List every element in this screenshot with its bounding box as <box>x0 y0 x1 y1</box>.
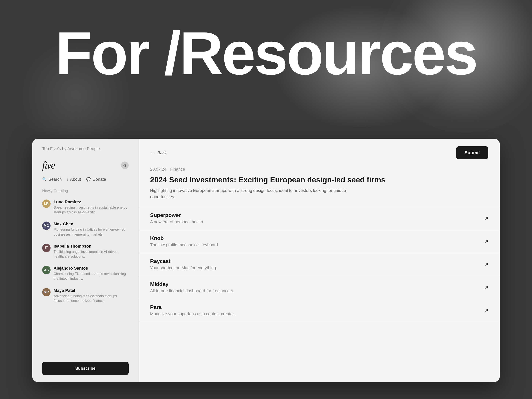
curator-name: Alejandro Santos <box>54 266 129 271</box>
article-date: 20.07.24 <box>150 167 166 172</box>
back-arrow-icon: ← <box>150 150 155 156</box>
external-link-icon: ↗ <box>484 284 488 291</box>
curator-desc: Spearheading investments in sustainable … <box>54 205 129 215</box>
main-card: Top Five's by Awesome People. five ◑ 🔍 S… <box>32 139 500 382</box>
donate-icon: 💬 <box>86 177 91 182</box>
hero-title: For /Resources <box>0 23 532 84</box>
curator-item[interactable]: IT Isabella Thompson Trailblazing angel … <box>32 240 139 262</box>
sidebar-header: Top Five's by Awesome People. <box>32 139 139 156</box>
curator-avatar: IT <box>42 244 51 252</box>
resource-item[interactable]: Midday All-in-one financial dashboard fo… <box>139 276 500 299</box>
nav-about-label: About <box>70 177 81 182</box>
article-title: 2024 Seed Investments: Exciting European… <box>150 175 488 184</box>
resource-item[interactable]: Knob The low profile mechanical keyboard… <box>139 230 500 253</box>
curator-info: Maya Patel Advancing funding for blockch… <box>54 288 129 303</box>
external-link-icon: ↗ <box>484 215 488 222</box>
subscribe-button[interactable]: Subscribe <box>42 362 129 375</box>
theme-toggle-button[interactable]: ◑ <box>121 162 129 169</box>
external-link-icon: ↗ <box>484 307 488 314</box>
curator-name: Max Chen <box>54 222 129 227</box>
curator-item[interactable]: MP Maya Patel Advancing funding for bloc… <box>32 285 139 307</box>
nav-item-donate[interactable]: 💬 Donate <box>86 177 106 182</box>
curator-avatar: MP <box>42 288 51 296</box>
resource-name: Para <box>150 304 479 310</box>
resource-desc: Your shortcut on Mac for everything. <box>150 266 479 270</box>
bg-blob-3 <box>266 0 456 133</box>
curator-list: LR Luna Ramirez Spearheading investments… <box>32 196 139 357</box>
resource-desc: The low profile mechanical keyboard <box>150 242 479 247</box>
nav-item-about[interactable]: ℹ About <box>67 177 81 182</box>
sidebar-logo-row: five ◑ <box>32 156 139 175</box>
curator-avatar: AS <box>42 266 51 274</box>
curator-info: Luna Ramirez Spearheading investments in… <box>54 200 129 215</box>
submit-button[interactable]: Submit <box>456 146 488 159</box>
nav-search-label: Search <box>48 177 62 182</box>
resource-desc: All-in-one financial dashboard for freel… <box>150 288 479 293</box>
resource-info: Raycast Your shortcut on Mac for everyth… <box>150 258 479 270</box>
resource-name: Midday <box>150 281 479 287</box>
curator-avatar: LR <box>42 200 51 208</box>
article-category: Finance <box>170 167 185 172</box>
article-meta: 20.07.24 Finance <box>150 167 488 172</box>
curator-item[interactable]: AS Alejandro Santos Championing EU-based… <box>32 262 139 285</box>
search-icon: 🔍 <box>42 177 47 182</box>
curator-info: Max Chen Pioneering funding initiatives … <box>54 222 129 237</box>
curator-name: Maya Patel <box>54 288 129 293</box>
resource-name: Knob <box>150 235 479 241</box>
resource-desc: Monetize your superfans as a content cre… <box>150 311 479 316</box>
curator-info: Alejandro Santos Championing EU-based st… <box>54 266 129 281</box>
topbar: ← Back Submit <box>139 139 500 165</box>
external-link-icon: ↗ <box>484 238 488 245</box>
resource-info: Knob The low profile mechanical keyboard <box>150 235 479 247</box>
sidebar-logo: five <box>42 160 55 171</box>
curator-name: Isabella Thompson <box>54 244 129 249</box>
resource-name: Raycast <box>150 258 479 264</box>
resource-name: Superpower <box>150 212 479 218</box>
resource-info: Midday All-in-one financial dashboard fo… <box>150 281 479 293</box>
curator-avatar: MC <box>42 222 51 230</box>
curator-desc: Championing EU-based startups revolution… <box>54 272 129 281</box>
nav-item-search[interactable]: 🔍 Search <box>42 177 62 182</box>
external-link-icon: ↗ <box>484 261 488 267</box>
curator-info: Isabella Thompson Trailblazing angel inv… <box>54 244 129 259</box>
curator-desc: Trailblazing angel investments in AI-dri… <box>54 249 129 259</box>
resource-item[interactable]: Superpower A new era of personal health … <box>139 207 500 230</box>
article-subtitle: Highlighting innovative European startup… <box>150 187 359 200</box>
resource-info: Para Monetize your superfans as a conten… <box>150 304 479 316</box>
curator-desc: Advancing funding for blockchain startup… <box>54 294 129 303</box>
resource-item[interactable]: Raycast Your shortcut on Mac for everyth… <box>139 253 500 276</box>
curator-desc: Pioneering funding initiatives for women… <box>54 227 129 237</box>
curator-item[interactable]: LR Luna Ramirez Spearheading investments… <box>32 196 139 218</box>
back-button[interactable]: ← Back <box>150 150 166 156</box>
info-icon: ℹ <box>67 177 69 182</box>
resource-list: Superpower A new era of personal health … <box>139 204 500 382</box>
section-label: Newly Curating <box>32 187 139 196</box>
bg-blob-1 <box>380 0 532 133</box>
nav-donate-label: Donate <box>93 177 106 182</box>
sidebar: Top Five's by Awesome People. five ◑ 🔍 S… <box>32 139 139 382</box>
resource-item[interactable]: Para Monetize your superfans as a conten… <box>139 299 500 322</box>
article-header: 20.07.24 Finance 2024 Seed Investments: … <box>139 165 500 204</box>
back-label: Back <box>157 150 166 155</box>
resource-info: Superpower A new era of personal health <box>150 212 479 224</box>
sidebar-nav: 🔍 Search ℹ About 💬 Donate <box>32 175 139 187</box>
resource-desc: A new era of personal health <box>150 219 479 224</box>
main-content: ← Back Submit 20.07.24 Finance 2024 Seed… <box>139 139 500 382</box>
curator-name: Luna Ramirez <box>54 200 129 204</box>
bg-blob-2 <box>19 38 133 152</box>
curator-item[interactable]: MC Max Chen Pioneering funding initiativ… <box>32 218 139 240</box>
sidebar-bottom: Subscribe <box>32 357 139 382</box>
